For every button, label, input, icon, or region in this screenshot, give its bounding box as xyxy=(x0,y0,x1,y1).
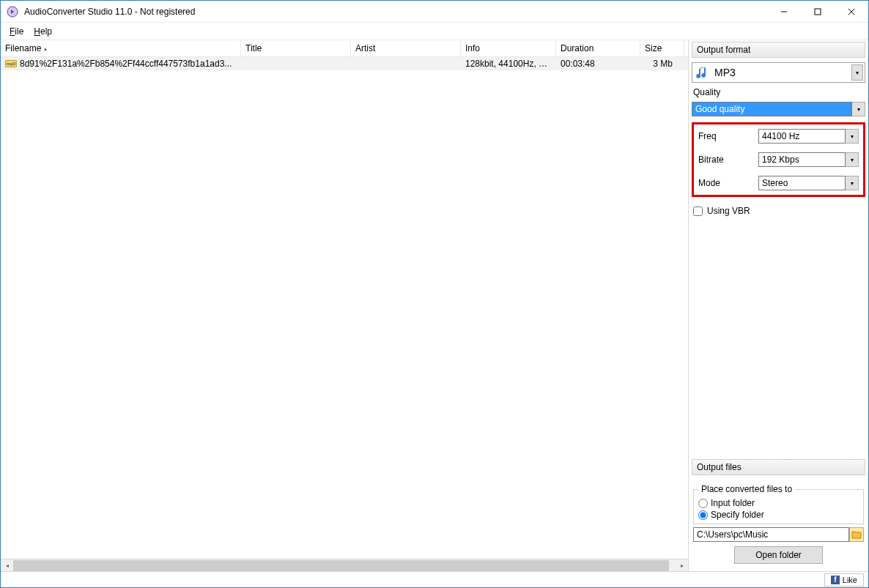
column-info[interactable]: Info xyxy=(461,40,556,56)
scroll-right-button[interactable]: ▸ xyxy=(676,559,688,572)
output-files-header: Output files xyxy=(692,459,865,475)
format-dropdown-icon[interactable]: ▾ xyxy=(851,64,863,81)
folder-icon xyxy=(851,530,862,539)
table-body[interactable]: mp3 8d91%2F131a%2Fb854%2Ff44ccff447573fb… xyxy=(1,57,688,559)
format-select[interactable]: MP3 ▾ xyxy=(692,62,865,83)
like-button[interactable]: f Like xyxy=(824,573,864,587)
vbr-label: Using VBR xyxy=(707,206,750,216)
status-bar: f Like xyxy=(1,571,868,587)
folder-path-input[interactable] xyxy=(693,527,849,542)
place-files-legend: Place converted files to xyxy=(698,484,795,494)
menu-help[interactable]: Help xyxy=(29,25,56,38)
quality-select[interactable]: Good quality ▾ xyxy=(692,102,865,116)
quality-value: Good quality xyxy=(692,102,852,116)
column-title[interactable]: Title xyxy=(241,40,351,56)
table-row[interactable]: mp3 8d91%2F131a%2Fb854%2Ff44ccff447573fb… xyxy=(1,57,688,70)
close-button[interactable] xyxy=(835,1,868,23)
radio-specify-folder[interactable] xyxy=(698,510,708,520)
freq-value: 44100 Hz xyxy=(758,129,846,144)
output-format-header: Output format xyxy=(692,42,865,58)
cell-info: 128kbit, 44100Hz, Stereo xyxy=(461,57,556,70)
maximize-button[interactable] xyxy=(801,1,835,23)
radio-input-folder[interactable] xyxy=(698,499,708,508)
cell-artist xyxy=(351,62,461,65)
mode-select[interactable]: Stereo ▾ xyxy=(758,176,859,190)
bitrate-select[interactable]: 192 Kbps ▾ xyxy=(758,152,859,167)
output-panel: Output format MP3 ▾ Quality Good quality… xyxy=(689,40,868,571)
title-bar: AudioConverter Studio 11.0 - Not registe… xyxy=(1,1,868,23)
scroll-thumb[interactable] xyxy=(13,560,669,571)
facebook-icon: f xyxy=(831,576,840,584)
cell-size: 3 Mb xyxy=(640,57,684,70)
scroll-left-button[interactable]: ◂ xyxy=(1,559,13,572)
freq-label: Freq xyxy=(698,131,758,141)
mode-label: Mode xyxy=(698,178,758,188)
freq-dropdown-icon[interactable]: ▾ xyxy=(846,129,859,144)
quality-label: Quality xyxy=(692,86,865,99)
mode-dropdown-icon[interactable]: ▾ xyxy=(846,176,859,190)
radio-input-folder-label: Input folder xyxy=(711,498,755,508)
window-title: AudioConverter Studio 11.0 - Not registe… xyxy=(24,7,767,17)
bitrate-dropdown-icon[interactable]: ▾ xyxy=(846,152,859,167)
params-highlight-box: Freq 44100 Hz ▾ Bitrate 192 Kbps ▾ Mode … xyxy=(692,122,865,197)
place-files-group: Place converted files to Input folder Sp… xyxy=(693,484,864,524)
bitrate-value: 192 Kbps xyxy=(758,152,846,167)
menu-file[interactable]: File xyxy=(5,25,28,38)
horizontal-scrollbar[interactable]: ◂ ▸ xyxy=(1,559,688,571)
cell-title xyxy=(241,62,351,65)
sort-asc-icon: ▴ xyxy=(44,45,47,52)
freq-select[interactable]: 44100 Hz ▾ xyxy=(758,129,859,144)
app-icon xyxy=(7,6,18,18)
mp3-file-icon: mp3 xyxy=(5,60,17,67)
menu-bar: File Help xyxy=(1,23,868,40)
bitrate-label: Bitrate xyxy=(698,155,758,165)
cell-filename: 8d91%2F131a%2Fb854%2Ff44ccff447573fb1a1a… xyxy=(20,59,232,69)
like-label: Like xyxy=(843,576,857,584)
quality-dropdown-icon[interactable]: ▾ xyxy=(852,102,865,116)
browse-folder-button[interactable] xyxy=(849,527,864,542)
column-duration[interactable]: Duration xyxy=(556,40,640,56)
music-note-icon xyxy=(695,65,710,80)
format-value: MP3 xyxy=(714,67,851,78)
cell-duration: 00:03:48 xyxy=(556,57,640,70)
file-list-panel: Filename▴ Title Artist Info Duration Siz… xyxy=(1,40,689,571)
radio-specify-folder-label: Specify folder xyxy=(711,510,764,520)
svg-rect-2 xyxy=(815,9,821,15)
vbr-checkbox[interactable] xyxy=(693,206,703,216)
column-artist[interactable]: Artist xyxy=(351,40,461,56)
scroll-track[interactable] xyxy=(13,559,676,572)
mode-value: Stereo xyxy=(758,176,846,190)
open-folder-button[interactable]: Open folder xyxy=(734,546,823,564)
minimize-button[interactable] xyxy=(767,1,801,23)
table-header: Filename▴ Title Artist Info Duration Siz… xyxy=(1,40,688,57)
column-size[interactable]: Size xyxy=(640,40,684,56)
column-filename[interactable]: Filename▴ xyxy=(1,40,241,56)
window-controls xyxy=(767,1,868,23)
